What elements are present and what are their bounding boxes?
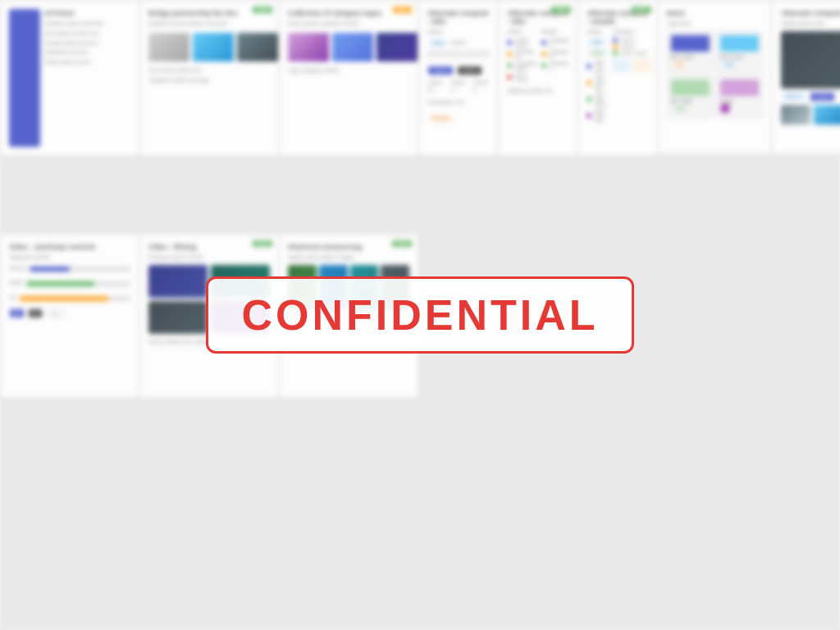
grid-cell-1-3: HOT Collection of category logos Brand a… <box>279 0 418 156</box>
badge-4-2: NEW <box>253 240 272 247</box>
item-card-4: Group <box>716 75 763 118</box>
control-row-3: Vol <box>9 294 130 304</box>
d6 <box>613 44 618 49</box>
cell-2-1-title: Alternate compute - tabs <box>427 9 489 25</box>
d3 <box>587 97 591 102</box>
row-entry-2: Pending list <box>507 49 536 59</box>
grid-cell-3-1: Items Label item Item name Tag Item name… <box>658 0 772 154</box>
row-entry-1: Active items <box>507 38 536 48</box>
cell-3-2-title: Alternate compute - tabs <box>781 9 840 17</box>
grid-cell-2-3: NEW Alternate compute - sample Status La… <box>578 0 657 156</box>
row-e4: Item row four <box>587 108 608 123</box>
cell-4-3-title: Historical outsourcing <box>288 243 409 251</box>
row-e6: Sub B <box>613 44 651 49</box>
pause-btn: ⏸ <box>47 309 63 317</box>
dot-2 <box>507 52 512 57</box>
row-e3: Item row three <box>587 92 608 107</box>
confidential-text: CONFIDENTIAL <box>241 291 598 339</box>
fake-btn-dark: Action <box>458 66 482 75</box>
badge-2-3: NEW <box>632 7 651 13</box>
dot-1 <box>507 40 512 45</box>
thumb-mini-row <box>613 59 651 72</box>
d7 <box>613 51 618 56</box>
cell-3-2-photo <box>781 31 840 89</box>
row-entry-7: Category C <box>541 61 569 71</box>
item-card-2: Item name Type <box>716 31 763 73</box>
badge-1-2: NEW <box>253 7 272 13</box>
badge-1-3: HOT <box>393 7 412 13</box>
tag-g1: Active <box>587 49 607 57</box>
logo-thumb-3 <box>377 33 418 62</box>
thumb-2 <box>193 33 234 62</box>
dot-7 <box>541 63 546 68</box>
video-thumb-3 <box>148 301 208 334</box>
item-tag-3: Class <box>672 105 691 112</box>
tag-b1: Label <box>587 39 605 46</box>
grid-cell-2-2: NEW Alternate compute - tabs Status Acti… <box>498 0 578 156</box>
dot-4 <box>507 75 512 80</box>
grid-cell-2-1: Alternate compute - tabs Status Active N… <box>418 0 498 156</box>
tag-status: Active <box>428 39 448 47</box>
grid-row-3: Items Label item Item name Tag Item name… <box>658 0 840 154</box>
d1 <box>587 64 591 69</box>
thumb-row-3-2 <box>781 105 840 125</box>
cell-1-1-title: UI Frame <box>44 9 130 17</box>
tag-orange: Selected <box>428 115 452 122</box>
logo-thumb-1 <box>288 33 329 62</box>
cell-1-2-title: Bridge partnership bio doc <box>148 9 270 17</box>
row-entry-4: Error count <box>507 72 536 82</box>
cell-1-3-thumbs <box>288 33 409 62</box>
confidential-stamp: CONFIDENTIAL <box>206 276 633 354</box>
grid-cell-1-1: UI Frame Interface layout overview Secon… <box>0 0 139 156</box>
thumb-1 <box>148 33 189 62</box>
stop-btn: ■ <box>29 309 42 317</box>
row-e2: Item row two <box>587 75 608 90</box>
control-row-1: Stream <box>9 264 130 274</box>
control-buttons: ▶ ■ ⏸ <box>9 308 130 318</box>
dot-5 <box>541 40 546 45</box>
row-entry-6: Category B <box>541 49 569 59</box>
fake-btn-blue: Option <box>428 66 453 75</box>
item-tag-1: Tag <box>672 61 687 68</box>
grid-row-1: UI Frame Interface layout overview Secon… <box>0 0 418 156</box>
d5 <box>613 38 618 43</box>
cell-3-1-title: Items <box>667 9 763 17</box>
dot-3 <box>507 63 512 68</box>
tag-compute-1: Option A <box>782 93 806 100</box>
item-card-3: Item label Class <box>667 75 714 118</box>
row-entry-3: Complete tasks <box>507 61 536 71</box>
cell-4-1-title: Video - start/stop controls <box>9 243 130 251</box>
row-e1: Item row one <box>587 59 608 74</box>
cell-4-2-title: Video - filming <box>148 243 270 251</box>
d2 <box>587 80 591 85</box>
fake-input-1 <box>427 51 489 57</box>
row-e7: Sub C extra <box>613 51 651 56</box>
grid-cell-1-2: NEW Bridge partnership bio doc Detailed … <box>139 0 279 156</box>
grid-cell-4-1: Video - start/stop controls Playback tim… <box>0 234 139 398</box>
dot-6 <box>541 52 546 57</box>
grid-row-2: Alternate compute - tabs Status Active N… <box>418 0 658 156</box>
item-tag-2: Type <box>721 61 738 68</box>
btn-compute: Action <box>810 93 834 101</box>
cell-1-3-title: Collection of category logos <box>288 9 409 17</box>
video-thumb-1 <box>148 265 208 298</box>
thumb-3 <box>237 33 278 62</box>
badge-4-3: NEW <box>392 240 412 247</box>
row-entry-5: Category A <box>541 38 569 48</box>
control-row-2: Buffer <box>9 279 130 289</box>
logo-thumb-2 <box>332 33 373 62</box>
badge-2-2: NEW <box>551 7 571 13</box>
row-e5: Sub A <box>613 38 651 43</box>
avatar-small <box>720 103 730 113</box>
cell-1-2-thumbs <box>148 33 270 62</box>
play-btn: ▶ <box>10 309 24 317</box>
grid-cell-3-2: Alternate compute - tabs Tabbed panel vi… <box>772 0 840 154</box>
item-card-1: Item name Tag <box>667 31 714 73</box>
d4 <box>587 113 591 118</box>
